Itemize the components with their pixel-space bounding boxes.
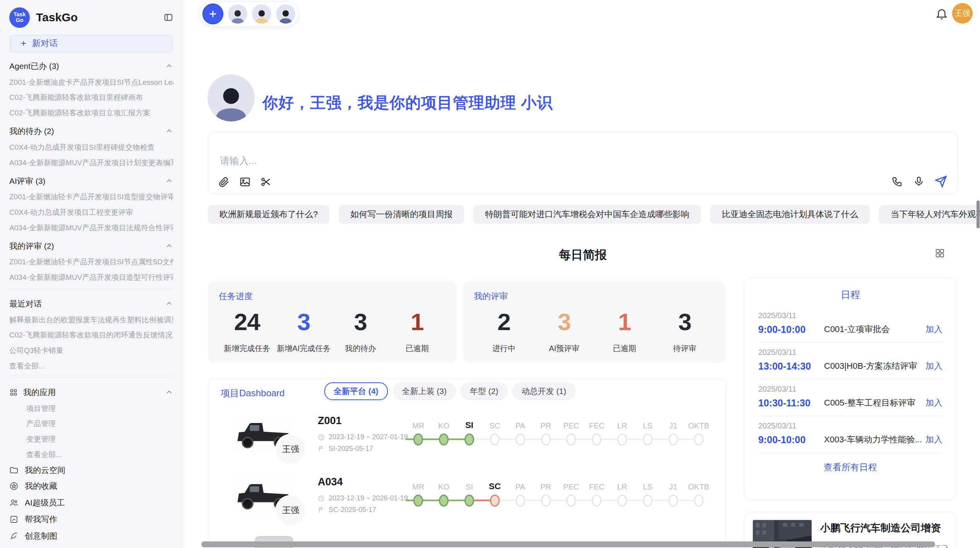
view-all-schedule-link[interactable]: 查看所有日程	[744, 453, 956, 473]
stat-label: 新增完成任务	[219, 343, 276, 354]
chevron-up-icon	[165, 242, 173, 250]
list-item[interactable]: 解释最新出台的欧盟报废车法规再生塑料比例被调至15%...	[9, 312, 173, 327]
suggestion-chip[interactable]: 特朗普可能对进口汽车增税会对中国车企造成哪些影响	[473, 205, 701, 224]
new-session-button[interactable]	[202, 3, 223, 24]
list-item[interactable]: C0X4-动力总成开发项目工程变更评审	[9, 204, 173, 220]
sidebar-section-header[interactable]: 我的待办 (2)	[9, 123, 173, 139]
schedule-card: 日程 2025/03/11 9:00-10:00 C001-立项审批会 加入 2…	[744, 278, 957, 500]
list-item[interactable]: C02-飞腾新能源轻客改款项目里程碑画布	[9, 89, 173, 105]
milestone-dot	[541, 433, 551, 445]
new-chat-button[interactable]: 新对话	[10, 35, 173, 52]
milestone: MR	[406, 416, 431, 448]
join-link[interactable]: 加入	[925, 360, 942, 372]
app-item[interactable]: 项目管理	[9, 401, 173, 416]
card-title: 任务进度	[219, 291, 445, 302]
list-item[interactable]: 公司Q3轻卡销量	[9, 342, 173, 358]
app-header: Task Go TaskGo	[9, 5, 173, 29]
project-row[interactable]: 王强 A034 2023-12-19 ~ 2026-01-19 SC-2025-…	[233, 474, 710, 532]
tab-new-body[interactable]: 全新上装 (3)	[393, 383, 456, 400]
milestone-label: MR	[412, 479, 424, 491]
dashboard-tabs: 全新平台 (4) 全新上装 (3) 年型 (2) 动总开发 (1)	[324, 382, 575, 400]
agent-avatar[interactable]	[276, 4, 295, 24]
list-item[interactable]: C02-飞腾新能源轻客改款项目的闭环通告反馈情况	[9, 327, 173, 342]
recent-chats-header[interactable]: 最近对话	[9, 296, 173, 312]
my-apps-header[interactable]: 我的应用	[9, 385, 173, 401]
list-item[interactable]: C02-飞腾新能源轻客改款项目立项汇报方案	[9, 105, 173, 120]
milestone-label: OKTB	[688, 479, 709, 491]
list-item[interactable]: Z001-全新燃油轻卡产品开发项目SI节点属性5D文件评审	[9, 254, 173, 269]
plus-icon	[207, 9, 218, 19]
project-owner-badge: 王强	[276, 496, 305, 525]
suggestion-chip[interactable]: 比亚迪全固态电池计划具体说了什么	[710, 205, 870, 224]
sidebar-item-cloud-space[interactable]: 我的云空间	[9, 462, 173, 478]
tab-new-platform[interactable]: 全新平台 (4)	[324, 382, 388, 400]
app-item[interactable]: 变更管理	[9, 431, 173, 447]
user-avatar[interactable]: 王强	[952, 3, 973, 24]
scissors-icon[interactable]	[260, 176, 272, 188]
view-all-link[interactable]: 查看全部...	[9, 447, 173, 462]
image-icon[interactable]	[239, 176, 251, 188]
microphone-icon[interactable]	[913, 176, 925, 187]
list-item[interactable]: C0X4-动力总成开发项目SI里程碑提交物检查	[9, 139, 173, 155]
stat: 3 待评审	[654, 310, 715, 354]
list-item[interactable]: A034-全新新能源MUV产品开发项目造型可行性评审	[9, 269, 173, 285]
horizontal-scrollbar[interactable]	[201, 541, 935, 547]
sidebar-section-header[interactable]: Agent已办 (3)	[9, 58, 173, 74]
collapse-sidebar-icon[interactable]	[163, 12, 173, 22]
vertical-scrollbar[interactable]	[977, 200, 980, 228]
join-link[interactable]: 加入	[925, 324, 942, 335]
agent-avatar[interactable]	[228, 4, 247, 24]
milestone-dot	[439, 433, 449, 445]
list-item[interactable]: Z001-全新燃油轻卡产品开发项目SI造型提交物评审	[9, 189, 173, 204]
list-item[interactable]: A034-全新新能源MUV产品开发项目法规符合性评审	[9, 220, 173, 235]
attachment-icon[interactable]	[218, 176, 230, 188]
suggestion-chip[interactable]: 欧洲新规最近颁布了什么?	[208, 205, 329, 224]
tab-powertrain[interactable]: 动总开发 (1)	[513, 383, 576, 400]
milestone: LR	[610, 416, 635, 448]
list-item[interactable]: A034-全新新能源MUV产品开发项目计划变更表编写	[9, 155, 173, 170]
chat-input[interactable]	[219, 155, 685, 167]
sidebar-section-header[interactable]: 我的评审 (2)	[9, 238, 173, 254]
item-label: 创意制图	[25, 531, 57, 541]
stat-value: 3	[276, 310, 332, 334]
new-chat-label: 新对话	[32, 38, 58, 49]
item-label: 帮我写作	[25, 514, 57, 525]
agent-avatar[interactable]	[252, 4, 271, 24]
sidebar-section-header[interactable]: AI评审 (3)	[9, 173, 173, 189]
project-row[interactable]: 王强 Z001 2023-12-19 ~ 2027-01-19 SI-2025-…	[233, 413, 710, 471]
list-item[interactable]: Z001-全新燃油皮卡产品开发项目SI节点Lesson Learn报告	[9, 74, 173, 90]
app-item[interactable]: 产品管理	[9, 416, 173, 431]
phone-icon[interactable]	[891, 176, 903, 187]
stat-value: 24	[219, 310, 276, 334]
stat: 3 我的待办	[332, 310, 389, 354]
layout-grid-icon[interactable]	[934, 248, 945, 259]
project-dates: 2023-12-19 ~ 2026-01-19	[329, 494, 408, 502]
project-dashboard-card: 项目Dashboard 全新平台 (4) 全新上装 (3) 年型 (2) 动总开…	[208, 378, 726, 548]
stat-label: 待评审	[654, 343, 715, 354]
milestone: LS	[635, 477, 660, 509]
sidebar-item-ai-employee[interactable]: AI超级员工	[9, 494, 173, 511]
milestone-label: J1	[669, 418, 677, 430]
logo-line1: Task	[14, 12, 26, 17]
milestone-dot	[592, 433, 601, 445]
notification-bell-icon[interactable]	[935, 7, 948, 20]
view-all-link[interactable]: 查看全部...	[9, 358, 173, 373]
join-link[interactable]: 加入	[925, 397, 942, 409]
suggestion-chip[interactable]: 如何写一份清晰的项目周报	[339, 205, 464, 224]
milestone: J1	[660, 416, 686, 448]
clock-icon	[318, 434, 325, 441]
folder-icon	[9, 466, 19, 475]
suggestion-chip[interactable]: 当下年轻人对汽车外观有怎样的喜好趋势	[879, 205, 980, 224]
task-progress-card: 任务进度 24 新增完成任务 3 新增AI完成任务 3 我的待办 1 已逾期	[208, 281, 456, 363]
schedule-time: 13:00-14:30	[758, 361, 824, 372]
sidebar-footer: AI超级员工 帮我写作 创意制图	[9, 494, 173, 544]
tab-year-model[interactable]: 年型 (2)	[461, 383, 507, 400]
join-link[interactable]: 加入	[925, 434, 942, 445]
send-icon[interactable]	[935, 175, 947, 188]
milestone-timeline: MRKOSISCPAPRPECFECLRLSJ1OKTB	[406, 416, 711, 448]
milestone-timeline: MRKOSISCPAPRPECFECLRLSJ1OKTB	[406, 477, 711, 509]
greeting-text: 你好，王强，我是你的项目管理助理 小识	[262, 92, 553, 113]
sidebar-item-creative-drawing[interactable]: 创意制图	[9, 527, 173, 544]
sidebar-item-help-write[interactable]: 帮我写作	[9, 511, 173, 527]
sidebar-item-favorites[interactable]: 我的收藏	[9, 478, 173, 494]
